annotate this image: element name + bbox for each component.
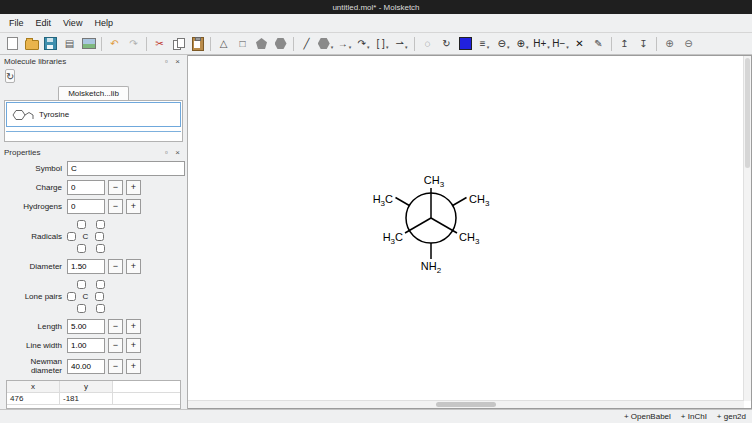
draw-bond-button[interactable]: ╱: [297, 35, 316, 53]
cut-button[interactable]: ✂: [150, 35, 169, 53]
lone-pair-checkbox[interactable]: [77, 304, 86, 313]
lone-pair-checkbox[interactable]: [96, 304, 105, 313]
bond-back-upper-left[interactable]: [396, 198, 410, 206]
new-file-icon: [7, 37, 18, 50]
raise-item-button[interactable]: ↥: [615, 35, 634, 53]
bracket-tool-button[interactable]: [ ]▾: [373, 35, 392, 53]
menu-file[interactable]: File: [3, 16, 30, 30]
delete-button[interactable]: ✕: [570, 35, 589, 53]
charge-input[interactable]: [67, 180, 105, 195]
menu-view[interactable]: View: [57, 16, 88, 30]
diameter-decrement-button[interactable]: −: [108, 259, 123, 274]
line-width-button[interactable]: ≡▾: [475, 35, 494, 53]
lone-pair-checkbox[interactable]: [96, 280, 105, 289]
vertical-scrollbar-handle[interactable]: [745, 58, 750, 168]
remove-hydrogen-button[interactable]: H−▾: [551, 35, 570, 53]
export-image-icon: [82, 38, 96, 49]
lower-item-button[interactable]: ↧: [634, 35, 653, 53]
curved-arrow-button[interactable]: ↷▾: [354, 35, 373, 53]
charge-increment-button[interactable]: +: [126, 180, 141, 195]
atom-label-upper-right[interactable]: CH3: [469, 193, 490, 208]
radical-checkbox[interactable]: [96, 220, 105, 229]
radical-checkbox[interactable]: [67, 232, 76, 241]
decrease-charge-button[interactable]: ⊖▾: [494, 35, 513, 53]
paste-button[interactable]: [188, 35, 207, 53]
symbol-input[interactable]: [67, 161, 185, 176]
bond-front-lower-right[interactable]: [431, 218, 457, 233]
hydrogens-decrement-button[interactable]: −: [108, 199, 123, 214]
diameter-label: Diameter: [0, 262, 62, 271]
lasso-button[interactable]: ◌: [418, 35, 437, 53]
library-item-tyrosine[interactable]: Tyrosine: [6, 102, 181, 127]
export-image-button[interactable]: [79, 35, 98, 53]
newman-diameter-input[interactable]: [67, 359, 105, 374]
library-dock-float-button[interactable]: ▫: [161, 56, 172, 67]
ring-square-button[interactable]: □: [233, 35, 252, 53]
ring-hexagon-button[interactable]: [271, 35, 290, 53]
properties-dock-close-button[interactable]: ×: [172, 147, 183, 158]
mechanism-arrow-button[interactable]: ⇀▾: [392, 35, 411, 53]
line-width-decrement-button[interactable]: −: [108, 338, 123, 353]
lone-pair-checkbox[interactable]: [67, 292, 76, 301]
refresh-library-button[interactable]: ↻: [5, 69, 15, 83]
bond-back-upper-right[interactable]: [453, 198, 467, 206]
color-picker-button[interactable]: [456, 35, 475, 53]
newman-diameter-increment-button[interactable]: +: [126, 359, 141, 374]
hydrogens-increment-button[interactable]: +: [126, 199, 141, 214]
radical-checkbox[interactable]: [95, 232, 104, 241]
save-button[interactable]: [41, 35, 60, 53]
ring-pentagon-button[interactable]: [252, 35, 271, 53]
horizontal-scrollbar-handle[interactable]: [436, 402, 496, 407]
new-file-button[interactable]: [3, 35, 22, 53]
horizontal-scrollbar[interactable]: [188, 400, 744, 408]
newman-diameter-decrement-button[interactable]: −: [108, 359, 123, 374]
atom-label-top[interactable]: CH3: [424, 174, 445, 189]
newman-projection-drawing[interactable]: CH3 H3C CH3 H3C CH3 NH2: [188, 56, 746, 406]
properties-dock-float-button[interactable]: ▫: [161, 147, 172, 158]
coordinate-x-cell[interactable]: 476: [7, 393, 60, 405]
reaction-arrow-button[interactable]: →▾: [335, 35, 354, 53]
open-button[interactable]: [22, 35, 41, 53]
library-dock-close-button[interactable]: ×: [172, 56, 183, 67]
add-hydrogen-button[interactable]: H+▾: [532, 35, 551, 53]
lone-pair-checkbox[interactable]: [77, 280, 86, 289]
atom-label-lower-left[interactable]: H3C: [383, 231, 403, 246]
ring-tool-button[interactable]: ▾: [316, 35, 335, 53]
undo-button[interactable]: ↶: [105, 35, 124, 53]
vertical-scrollbar[interactable]: [743, 56, 751, 401]
redo-button[interactable]: ↷: [124, 35, 143, 53]
lasso-icon: ◌: [425, 39, 431, 49]
bond-front-lower-left[interactable]: [405, 218, 431, 233]
delete-icon: ✕: [575, 39, 583, 49]
increase-charge-button[interactable]: ⊕▾: [513, 35, 532, 53]
lone-pair-checkbox[interactable]: [95, 292, 104, 301]
tab-molsketch-lib[interactable]: Molsketch...lib: [58, 86, 129, 100]
copy-button[interactable]: [169, 35, 188, 53]
atom-label-upper-left[interactable]: H3C: [373, 193, 393, 208]
radical-checkbox[interactable]: [77, 220, 86, 229]
edit-tool-button[interactable]: ✎: [589, 35, 608, 53]
menu-edit[interactable]: Edit: [30, 16, 58, 30]
diameter-input[interactable]: [67, 259, 105, 274]
radical-checkbox[interactable]: [77, 244, 86, 253]
radical-checkbox[interactable]: [96, 244, 105, 253]
atom-label-bottom[interactable]: NH2: [421, 260, 442, 275]
canvas[interactable]: CH3 H3C CH3 H3C CH3 NH2: [188, 55, 752, 409]
hydrogens-input[interactable]: [67, 199, 105, 214]
length-input[interactable]: [67, 319, 105, 334]
length-decrement-button[interactable]: −: [108, 319, 123, 334]
coordinate-y-cell[interactable]: -181: [60, 393, 113, 405]
length-increment-button[interactable]: +: [126, 319, 141, 334]
menu-help[interactable]: Help: [88, 16, 119, 30]
charge-decrement-button[interactable]: −: [108, 180, 123, 195]
zoom-in-button[interactable]: ⊕: [660, 35, 679, 53]
atom-label-lower-right[interactable]: CH3: [459, 231, 480, 246]
line-width-input[interactable]: [67, 338, 105, 353]
toolbar-separator: [101, 37, 102, 51]
line-width-increment-button[interactable]: +: [126, 338, 141, 353]
zoom-out-button[interactable]: ⊖: [679, 35, 698, 53]
diameter-increment-button[interactable]: +: [126, 259, 141, 274]
rotate-button[interactable]: ↻: [437, 35, 456, 53]
print-button[interactable]: ▤: [60, 35, 79, 53]
ring-triangle-button[interactable]: △: [214, 35, 233, 53]
